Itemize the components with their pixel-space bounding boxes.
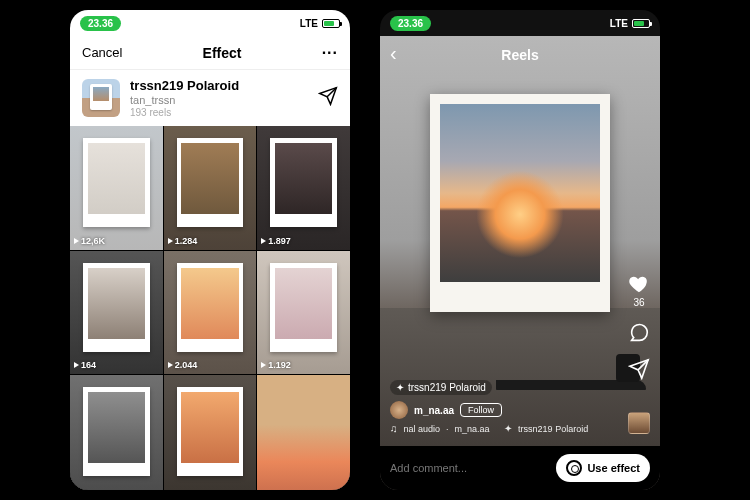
audio-effect: trssn219 Polaroid — [518, 424, 588, 434]
plays-count: 1.192 — [268, 360, 291, 370]
username[interactable]: m_na.aa — [414, 405, 454, 416]
cancel-button[interactable]: Cancel — [82, 45, 122, 60]
follow-button[interactable]: Follow — [460, 403, 502, 417]
effect-author[interactable]: tan_trssn — [130, 94, 308, 106]
avatar[interactable] — [390, 401, 408, 419]
effect-thumbnail[interactable] — [82, 79, 120, 117]
reels-grid: 12,6K 1.284 1.897 164 2.044 1.192 — [70, 126, 350, 490]
heart-icon — [628, 273, 650, 295]
polaroid-frame — [430, 94, 610, 312]
status-time: 23.36 — [80, 16, 121, 31]
effect-tag[interactable]: ✦trssn219 Polaroid — [390, 380, 492, 395]
use-effect-label: Use effect — [587, 462, 640, 474]
more-icon[interactable]: ··· — [322, 44, 338, 62]
play-icon — [168, 238, 173, 244]
reel-playback-screen: 23.36 LTE ‹ Reels 36 ✦trssn219 Polaroid — [380, 10, 660, 490]
reel-cell[interactable]: 12,6K — [70, 126, 163, 250]
play-icon — [261, 362, 266, 368]
play-icon — [74, 238, 79, 244]
battery-icon — [632, 19, 650, 28]
share-icon[interactable] — [628, 358, 650, 380]
status-right: LTE — [300, 18, 340, 29]
use-effect-button[interactable]: Use effect — [556, 454, 650, 482]
effect-tag-label: trssn219 Polaroid — [408, 382, 486, 393]
reel-cell[interactable]: 1.897 — [257, 126, 350, 250]
effect-reel-count: 193 reels — [130, 107, 308, 118]
reel-cell[interactable]: 2.044 — [164, 251, 257, 375]
play-icon — [168, 362, 173, 368]
status-right: LTE — [610, 18, 650, 29]
plays-count: 164 — [81, 360, 96, 370]
status-bar: 23.36 LTE — [70, 10, 350, 36]
like-count: 36 — [628, 297, 650, 308]
comment-icon[interactable] — [628, 322, 650, 344]
audio-line[interactable]: ♫ nal audio · m_na.aa ✦ trssn219 Polaroi… — [390, 423, 590, 434]
audio-thumbnail[interactable] — [628, 412, 650, 434]
like-button[interactable]: 36 — [628, 273, 650, 308]
effect-header: trssn219 Polaroid tan_trssn 193 reels — [70, 70, 350, 126]
effect-info: trssn219 Polaroid tan_trssn 193 reels — [130, 78, 308, 118]
battery-icon — [322, 19, 340, 28]
sparkle-icon: ✦ — [504, 423, 512, 434]
comment-input[interactable]: Add comment... — [390, 462, 548, 474]
camera-icon — [566, 460, 582, 476]
status-bar: 23.36 LTE — [380, 10, 660, 36]
reel-cell[interactable]: 1.192 — [257, 251, 350, 375]
play-icon — [261, 238, 266, 244]
audio-title: nal audio — [404, 424, 441, 434]
audio-user: m_na.aa — [455, 424, 490, 434]
plays-count: 2.044 — [175, 360, 198, 370]
reel-cell[interactable] — [70, 375, 163, 490]
reel-cell[interactable]: 164 — [70, 251, 163, 375]
reel-cell[interactable] — [257, 375, 350, 490]
effect-gallery-screen: 23.36 LTE Cancel Effect ··· trssn219 Pol… — [70, 10, 350, 490]
plays-count: 1.284 — [175, 236, 198, 246]
sparkle-icon: ✦ — [396, 382, 404, 393]
network-label: LTE — [300, 18, 318, 29]
reel-cell[interactable] — [164, 375, 257, 490]
status-time: 23.36 — [390, 16, 431, 31]
share-icon[interactable] — [318, 86, 338, 110]
plays-count: 12,6K — [81, 236, 105, 246]
reel-cell[interactable]: 1.284 — [164, 126, 257, 250]
music-note-icon: ♫ — [390, 423, 398, 434]
comment-bar: Add comment... Use effect — [380, 446, 660, 490]
play-icon — [74, 362, 79, 368]
reels-title: Reels — [380, 40, 660, 70]
network-label: LTE — [610, 18, 628, 29]
top-bar: Cancel Effect ··· — [70, 36, 350, 70]
plays-count: 1.897 — [268, 236, 291, 246]
effect-name: trssn219 Polaroid — [130, 78, 308, 93]
reel-meta: ✦trssn219 Polaroid m_na.aa Follow ♫ nal … — [390, 380, 590, 434]
page-title: Effect — [203, 45, 242, 61]
action-rail: 36 — [628, 273, 650, 380]
